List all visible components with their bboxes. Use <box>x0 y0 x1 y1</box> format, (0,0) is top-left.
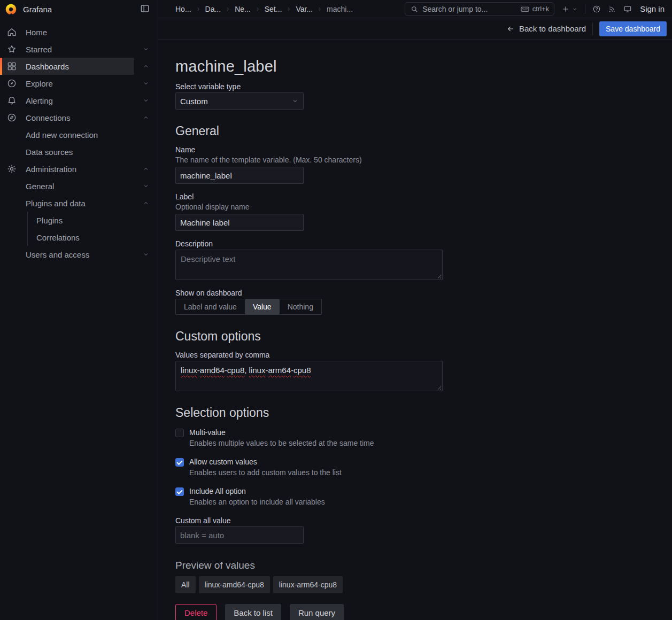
sign-in-button[interactable]: Sign in <box>640 4 665 13</box>
sidebar: Grafana HomeStarredDashboardsExploreAler… <box>0 0 158 620</box>
sidebar-item-correlations: Correlations <box>0 229 158 246</box>
sidebar-toggle-dashboards[interactable] <box>134 58 158 75</box>
show-on-dashboard-label: Show on dashboard <box>175 289 672 297</box>
back-to-dashboard-button[interactable]: Back to dashboard <box>506 24 586 33</box>
sidebar-link-add-new-connection[interactable]: Add new connection <box>0 126 158 143</box>
selection-options-list: Multi-valueEnables multiple values to be… <box>175 428 672 506</box>
label-input[interactable] <box>175 214 304 231</box>
sidebar-toggle-starred[interactable] <box>134 41 158 58</box>
preview-values: Alllinux-amd64-cpu8linux-arm64-cpu8 <box>175 576 672 593</box>
sidebar-item-explore: Explore <box>0 75 158 92</box>
checkbox-texts: Multi-valueEnables multiple values to be… <box>189 428 374 447</box>
breadcrumb-item: machi... <box>327 5 353 13</box>
custom-values-text: cpu8 <box>227 366 245 375</box>
chevron-down-icon <box>142 251 150 258</box>
breadcrumb-item[interactable]: Set... <box>265 5 282 13</box>
sidebar-link-administration[interactable]: Administration <box>0 160 134 177</box>
help-circle-icon <box>592 5 601 13</box>
search-placeholder: Search or jump to... <box>422 5 516 13</box>
variable-type-label: Select variable type <box>175 82 672 91</box>
allow-custom-values-checkbox[interactable] <box>175 458 184 467</box>
save-dashboard-button[interactable]: Save dashboard <box>599 21 667 36</box>
breadcrumb-item[interactable]: Var... <box>296 5 313 13</box>
back-to-list-button[interactable]: Back to list <box>225 604 281 620</box>
checkbox-row-include-all-option: Include All optionEnables an option to i… <box>175 487 672 506</box>
custom-options-heading: Custom options <box>175 329 672 344</box>
sidebar-item-label: Add new connection <box>26 130 98 140</box>
chevron-down-icon <box>142 80 150 87</box>
breadcrumb-item[interactable]: Ho... <box>175 5 191 13</box>
help-button[interactable] <box>592 5 601 13</box>
sidebar-toggle-users-and-access[interactable] <box>134 246 158 263</box>
radio-option-label-and-value[interactable]: Label and value <box>176 299 245 314</box>
breadcrumb-item[interactable]: Da... <box>205 5 221 13</box>
sidebar-toggle-connections[interactable] <box>134 109 158 126</box>
sidebar-toggle-plugins-and-data[interactable] <box>134 195 158 212</box>
checkbox-label: Multi-value <box>189 428 374 437</box>
collapse-menu-button[interactable] <box>140 3 150 15</box>
sidebar-link-dashboards[interactable]: Dashboards <box>0 58 134 75</box>
sidebar-item-label: Data sources <box>26 148 73 157</box>
plus-icon <box>561 5 570 13</box>
sidebar-toggle-explore[interactable] <box>134 75 158 92</box>
sidebar-item-label: Users and access <box>26 250 89 259</box>
run-query-button[interactable]: Run query <box>290 604 344 620</box>
sidebar-item-connections: Connections <box>0 109 158 126</box>
sidebar-toggle-administration[interactable] <box>134 160 158 177</box>
sidebar-link-explore[interactable]: Explore <box>0 75 134 92</box>
chevron-right-icon <box>225 6 231 12</box>
include-all-option-checkbox[interactable] <box>175 487 184 496</box>
chevron-down-icon <box>142 182 150 190</box>
sidebar-link-correlations[interactable]: Correlations <box>0 229 158 246</box>
chevron-up-icon <box>142 63 150 70</box>
checkbox-texts: Include All optionEnables an option to i… <box>189 487 325 506</box>
sidebar-item-label: Connections <box>26 113 70 122</box>
chevron-down-icon <box>142 45 150 53</box>
apps-icon <box>6 61 17 72</box>
radio-option-value[interactable]: Value <box>245 299 280 314</box>
custom-all-value-input[interactable] <box>175 526 304 544</box>
breadcrumb: Ho...Da...Ne...Set...Var...machi... <box>175 5 398 13</box>
sidebar-toggle-general[interactable] <box>134 177 158 195</box>
checkbox-description: Enables multiple values to be selected a… <box>189 439 374 447</box>
checkbox-row-multi-value: Multi-valueEnables multiple values to be… <box>175 428 672 447</box>
sidebar-link-alerting[interactable]: Alerting <box>0 92 134 109</box>
news-button[interactable] <box>608 5 616 13</box>
values-label: Values separated by comma <box>175 351 672 359</box>
display-mode-button[interactable] <box>623 5 632 13</box>
delete-button[interactable]: Delete <box>175 604 217 620</box>
search-input[interactable]: Search or jump to... ctrl+k <box>405 2 554 16</box>
checkbox-description: Enables an option to include all variabl… <box>189 498 325 506</box>
sidebar-link-general[interactable]: General <box>0 177 134 195</box>
multi-value-checkbox[interactable] <box>175 429 184 437</box>
sidebar-item-starred: Starred <box>0 41 158 58</box>
custom-values-text: linux <box>181 366 197 375</box>
edit-toolbar: Back to dashboard Save dashboard <box>158 18 672 40</box>
sidebar-link-plugins-and-data[interactable]: Plugins and data <box>0 195 134 212</box>
sidebar-link-users-and-access[interactable]: Users and access <box>0 246 134 263</box>
variable-editor: machine_label Select variable type Custo… <box>158 40 672 620</box>
sidebar-item-dashboards: Dashboards <box>0 58 158 75</box>
name-input[interactable] <box>175 167 304 184</box>
sidebar-item-add-new-connection: Add new connection <box>0 126 158 143</box>
sidebar-link-starred[interactable]: Starred <box>0 41 134 58</box>
chevron-up-icon <box>142 165 150 173</box>
custom-values-input[interactable]: linux-amd64-cpu8, linux-arm64-cpu8 <box>175 361 443 391</box>
sidebar-item-label: Correlations <box>36 233 80 242</box>
monitor-icon <box>623 5 632 13</box>
sidebar-toggle-alerting[interactable] <box>134 92 158 109</box>
breadcrumb-item[interactable]: Ne... <box>235 5 251 13</box>
shortcut-text: ctrl+k <box>532 5 549 13</box>
sidebar-link-home[interactable]: Home <box>0 24 158 41</box>
new-menu-button[interactable] <box>561 5 578 13</box>
gear-icon <box>6 164 17 174</box>
radio-option-nothing[interactable]: Nothing <box>280 299 321 314</box>
sidebar-link-connections[interactable]: Connections <box>0 109 134 126</box>
sidebar-link-data-sources[interactable]: Data sources <box>0 143 158 160</box>
preview-chip: All <box>175 576 196 593</box>
sidebar-link-plugins[interactable]: Plugins <box>0 212 158 229</box>
variable-type-select[interactable]: Custom <box>175 92 304 110</box>
variable-type-value: Custom <box>180 97 291 106</box>
selection-options-heading: Selection options <box>175 406 672 420</box>
description-input[interactable]: Descriptive text <box>175 250 443 280</box>
